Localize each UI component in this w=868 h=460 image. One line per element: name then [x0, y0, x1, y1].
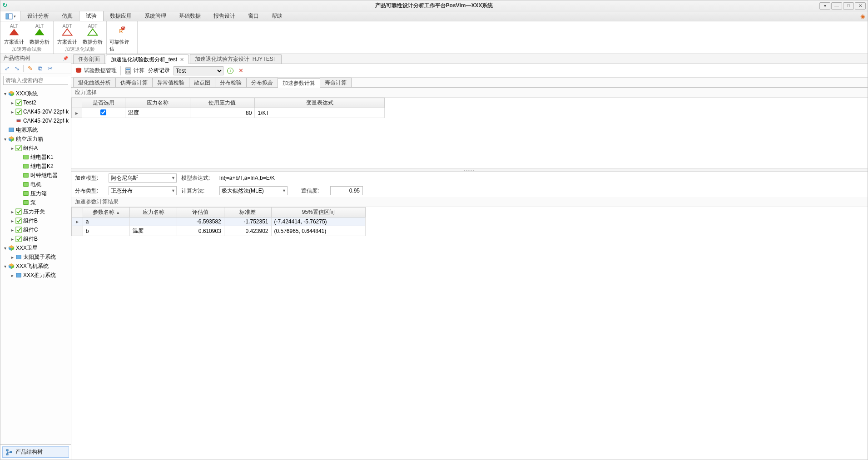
tree-caret-icon[interactable]: ▾: [2, 137, 8, 142]
tree-node[interactable]: ▸组件C: [0, 225, 71, 234]
tree-node[interactable]: ▸Test2: [0, 98, 71, 107]
close-button[interactable]: ✕: [855, 2, 866, 10]
tree-node[interactable]: ▾XXX卫星: [0, 243, 71, 252]
close-icon[interactable]: ✕: [180, 57, 184, 63]
splitter[interactable]: •••••: [71, 168, 868, 172]
tree-node[interactable]: 压力箱: [0, 189, 71, 198]
delete-icon[interactable]: ✕: [237, 67, 244, 74]
tree-node[interactable]: 继电器K1: [0, 153, 71, 162]
menu-item[interactable]: 帮助: [265, 11, 289, 21]
tree-node[interactable]: 时钟继电器: [0, 171, 71, 180]
stress-checkbox[interactable]: [100, 109, 106, 115]
menu-item[interactable]: 窗口: [242, 11, 265, 21]
tree-node[interactable]: ▸组件A: [0, 143, 71, 153]
sub-tab[interactable]: 散点图: [189, 78, 215, 87]
tree-node[interactable]: ▾航空压力箱: [0, 134, 71, 143]
col-header[interactable]: 95%置信区间: [271, 208, 366, 218]
ribbon-button[interactable]: ALT数据分析: [29, 22, 50, 45]
menu-item[interactable]: 设计分析: [21, 11, 55, 21]
tree-caret-icon[interactable]: ▸: [10, 218, 15, 223]
minimize-button[interactable]: —: [831, 2, 842, 10]
copy-icon[interactable]: ⧉: [36, 65, 44, 72]
tree-node[interactable]: ▸XXX推力系统: [0, 271, 71, 280]
search-input[interactable]: [4, 76, 75, 84]
help-icon[interactable]: ◉: [858, 11, 868, 21]
method-select[interactable]: 极大似然法(MLE)▼: [219, 186, 288, 195]
menu-item[interactable]: 仿真: [55, 11, 79, 21]
tree-caret-icon[interactable]: ▸: [10, 109, 15, 114]
tree-node[interactable]: ▸组件B: [0, 216, 71, 225]
btn-label: 试验数据管理: [84, 67, 117, 74]
dropdown-button[interactable]: ▾: [819, 2, 830, 10]
add-icon[interactable]: +: [227, 68, 233, 74]
table-row[interactable]: ▸a-6.593582-1.752351(-7.424414, -5.76275…: [72, 218, 366, 226]
tree-node[interactable]: CAK45-20V-22pf-k: [0, 116, 71, 125]
col-header[interactable]: 应力名称: [130, 208, 177, 218]
sub-tab[interactable]: 寿命计算: [320, 78, 352, 87]
doc-tab[interactable]: 加速退化试验数据分析_test✕: [106, 54, 189, 64]
menu-quick-access[interactable]: ▾: [0, 11, 21, 21]
test-data-mgmt-button[interactable]: 试验数据管理: [75, 67, 117, 74]
table-row[interactable]: ▸ 温度 80 1/KT: [72, 108, 385, 118]
model-select[interactable]: 阿仑尼乌斯▼: [109, 173, 177, 183]
calculate-button[interactable]: 计算: [124, 67, 144, 74]
menu-item[interactable]: 基础数据: [173, 11, 207, 21]
tree-node[interactable]: ▸组件B: [0, 234, 71, 243]
ribbon-button[interactable]: ALT方案设计: [3, 22, 25, 45]
tree-node[interactable]: ▾XXX飞机系统: [0, 262, 71, 271]
tree-caret-icon[interactable]: ▸: [10, 209, 15, 214]
col-header[interactable]: 应力名称: [125, 98, 190, 108]
col-header[interactable]: 变量表达式: [255, 98, 385, 108]
menu-item[interactable]: 报告设计: [207, 11, 242, 21]
menu-item[interactable]: 数据应用: [104, 11, 138, 21]
ribbon-button[interactable]: ADT数据分析: [82, 22, 104, 45]
tree-caret-icon[interactable]: ▸: [10, 100, 15, 105]
doc-tab[interactable]: 加速退化试验方案设计_HJYTEST: [190, 54, 282, 64]
tree-node[interactable]: 继电器K2: [0, 162, 71, 171]
tree-label: CAK45-20V-22pf-k: [23, 109, 69, 115]
tree-node[interactable]: 电源系统: [0, 125, 71, 134]
pin-icon[interactable]: 📌: [63, 56, 68, 61]
tree-node[interactable]: ▸压力开关: [0, 207, 71, 216]
maximize-button[interactable]: □: [843, 2, 854, 10]
col-header[interactable]: 评估值: [177, 208, 224, 218]
tree-node[interactable]: ▸太阳翼子系统: [0, 252, 71, 262]
tree-caret-icon[interactable]: ▸: [10, 237, 15, 242]
col-header[interactable]: 是否选用: [82, 98, 125, 108]
sub-tab[interactable]: 退化曲线分析: [73, 78, 116, 87]
tree-caret-icon[interactable]: ▾: [2, 91, 8, 96]
col-header[interactable]: 使用应力值: [190, 98, 255, 108]
sub-tab[interactable]: 分布检验: [215, 78, 247, 87]
collapse-all-icon[interactable]: ⤡: [13, 65, 20, 72]
edit-icon[interactable]: ✎: [26, 65, 34, 72]
cut-icon[interactable]: ✂: [46, 65, 54, 72]
tree-caret-icon[interactable]: ▾: [2, 246, 8, 251]
table-row[interactable]: b温度0.6109030.423902(0.576965, 0.644841): [72, 226, 366, 236]
sidebar-footer-tab[interactable]: 产品结构树: [2, 446, 69, 458]
col-header[interactable]: 参数名称 ▲: [83, 208, 130, 218]
tree-caret-icon[interactable]: ▸: [10, 255, 15, 260]
tree-node[interactable]: ▸CAK45-20V-22pf-k: [0, 107, 71, 116]
tree-caret-icon[interactable]: ▸: [10, 273, 15, 278]
tree-caret-icon[interactable]: ▸: [10, 228, 15, 232]
doc-tab[interactable]: 任务剖面: [73, 54, 105, 64]
sub-tab[interactable]: 异常值检验: [152, 78, 189, 87]
confidence-input[interactable]: [330, 186, 363, 195]
ribbon-button[interactable]: RA可靠性评估: [109, 22, 131, 52]
sub-tab[interactable]: 加速参数计算: [278, 78, 320, 88]
col-header[interactable]: 标准差: [224, 208, 271, 218]
tree-node[interactable]: 泵: [0, 198, 71, 207]
expand-all-icon[interactable]: ⤢: [3, 65, 10, 72]
dist-select[interactable]: 正态分布▼: [109, 186, 177, 195]
tree-node[interactable]: ▾XXX系统: [0, 89, 71, 98]
ribbon-button[interactable]: ADT方案设计: [56, 22, 78, 45]
tree-node[interactable]: 电机: [0, 180, 71, 189]
record-select[interactable]: Test: [174, 66, 223, 75]
menu-item[interactable]: 系统管理: [138, 11, 173, 21]
tree-caret-icon[interactable]: ▸: [10, 146, 15, 151]
menu-item[interactable]: 试验: [79, 11, 104, 21]
sub-tab[interactable]: 伪寿命计算: [115, 78, 153, 87]
sub-tab[interactable]: 分布拟合: [246, 78, 278, 87]
tree-caret-icon[interactable]: ▾: [2, 264, 8, 269]
search-combo[interactable]: ▼: [3, 76, 68, 85]
